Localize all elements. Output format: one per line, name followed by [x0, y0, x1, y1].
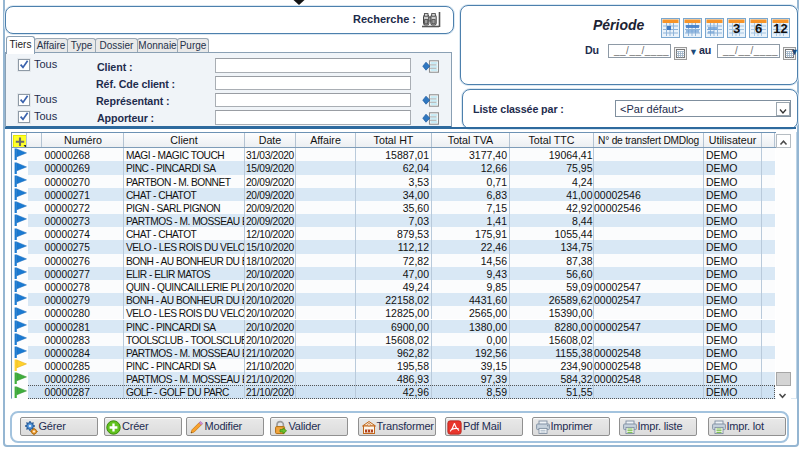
svg-text:12: 12	[773, 21, 787, 36]
svg-text:3: 3	[733, 21, 740, 36]
svg-text:6: 6	[755, 21, 762, 36]
